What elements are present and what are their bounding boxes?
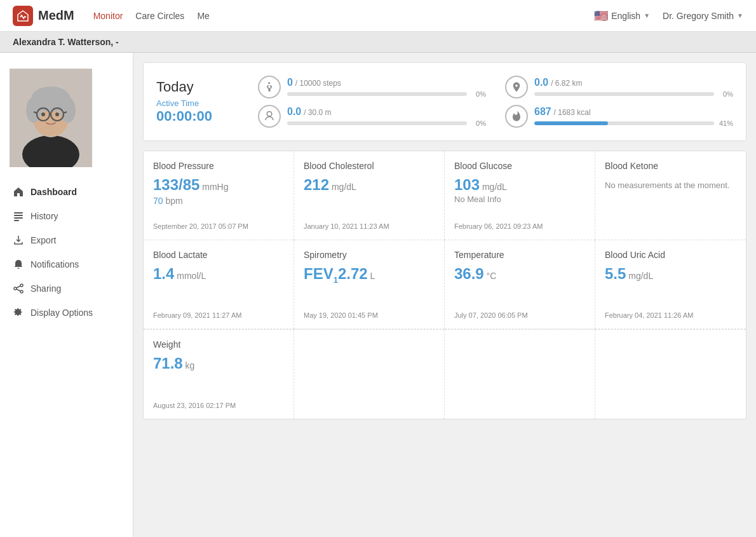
activity-icon: [258, 105, 281, 128]
sidebar-label-dashboard: Dashboard: [30, 187, 77, 197]
language-chevron: ▼: [644, 12, 650, 19]
patient-header: Alexandra T. Watterson, -: [0, 32, 756, 53]
stat-activity: 0.0 / 30.0 m 0%: [258, 105, 486, 128]
home-icon: [13, 186, 24, 198]
weight-date: August 23, 2016 02:17 PM: [153, 395, 284, 409]
steps-value: 0: [287, 77, 293, 88]
svg-point-20: [20, 290, 23, 293]
metric-empty-1: [294, 330, 445, 419]
sidebar-item-notifications[interactable]: Notifications: [0, 252, 133, 276]
nav-monitor[interactable]: Monitor: [93, 8, 123, 24]
sidebar-nav: Dashboard History: [0, 177, 133, 328]
sidebar-label-display-options: Display Options: [30, 308, 93, 318]
metric-weight: Weight 71.8 kg August 23, 2016 02:17 PM: [144, 330, 294, 419]
svg-rect-17: [14, 220, 19, 221]
svg-point-19: [14, 287, 17, 290]
lac-date: February 09, 2021 11:27 AM: [153, 305, 284, 319]
steps-total: 10000 steps: [299, 79, 341, 88]
header-right: 🇺🇸 English ▼ Dr. Gregory Smith ▼: [594, 9, 743, 23]
chol-value: 212 mg/dL: [304, 177, 435, 193]
lac-value: 1.4 mmol/L: [153, 266, 284, 282]
active-time-value: 00:00:00: [156, 108, 239, 125]
metrics-row-2: Blood Lactate 1.4 mmol/L February 09, 20…: [144, 240, 746, 329]
nav-care-circles[interactable]: Care Circles: [135, 8, 184, 24]
keto-title: Blood Ketone: [605, 161, 736, 171]
stat-steps: 0 / 10000 steps 0%: [258, 76, 486, 99]
sidebar-item-display-options[interactable]: Display Options: [0, 301, 133, 325]
steps-details: 0 / 10000 steps 0%: [287, 77, 486, 98]
chol-title: Blood Cholesterol: [304, 161, 435, 171]
patient-avatar-container: [0, 59, 133, 177]
metric-ketone: Blood Ketone No measurements at the mome…: [595, 151, 746, 240]
svg-point-13: [55, 112, 59, 116]
sidebar-label-notifications: Notifications: [30, 259, 79, 269]
steps-pct: 0%: [470, 90, 486, 98]
temp-date: July 07, 2020 06:05 PM: [454, 305, 585, 319]
svg-line-22: [17, 289, 20, 291]
svg-rect-16: [14, 217, 23, 219]
gluc-title: Blood Glucose: [454, 161, 585, 171]
sidebar-item-sharing[interactable]: Sharing: [0, 276, 133, 301]
keto-nodata: No measurements at the moment.: [605, 180, 736, 190]
share-icon: [13, 283, 24, 294]
temp-title: Temperature: [454, 250, 585, 260]
metric-spirometry: Spirometry FEV12.72 L May 19, 2020 01:45…: [294, 240, 445, 329]
svg-point-6: [60, 97, 76, 123]
metric-uric-acid: Blood Uric Acid 5.5 mg/dL February 04, 2…: [595, 240, 746, 329]
chol-date: January 10, 2021 11:23 AM: [304, 216, 435, 230]
flag-icon: 🇺🇸: [594, 9, 608, 23]
svg-rect-14: [14, 212, 23, 214]
calories-details: 687 / 1683 kcal 41%: [534, 106, 733, 127]
bp-date: September 20, 2017 05:07 PM: [153, 216, 284, 230]
language-label: English: [611, 11, 640, 21]
weight-value: 71.8 kg: [153, 356, 284, 371]
metric-empty-2: [445, 330, 595, 419]
activity-total: 30.0 m: [308, 108, 332, 117]
today-title: Today: [156, 79, 239, 95]
user-selector[interactable]: Dr. Gregory Smith ▼: [663, 11, 743, 21]
distance-total: 6.82 km: [555, 79, 583, 88]
svg-point-18: [20, 284, 23, 287]
metric-empty-3: [595, 330, 746, 419]
avatar: [10, 69, 92, 167]
ua-value: 5.5 mg/dL: [605, 266, 736, 282]
sidebar-label-history: History: [30, 211, 58, 221]
active-time-label: Active Time: [156, 99, 239, 108]
today-stats: 0 / 10000 steps 0%: [258, 76, 733, 128]
footprint-icon: [258, 76, 281, 99]
today-card: Today Active Time 00:00:00 0 / 100: [143, 62, 746, 141]
ua-date: February 04, 2021 11:26 AM: [605, 305, 736, 319]
spiro-title: Spirometry: [304, 250, 435, 260]
activity-details: 0.0 / 30.0 m 0%: [287, 106, 486, 127]
sidebar-item-history[interactable]: History: [0, 204, 133, 228]
bp-title: Blood Pressure: [153, 161, 284, 171]
metric-lactate: Blood Lactate 1.4 mmol/L February 09, 20…: [144, 240, 294, 329]
svg-line-21: [17, 286, 20, 288]
spiro-date: May 19, 2020 01:45 PM: [304, 305, 435, 319]
nav-me[interactable]: Me: [197, 8, 209, 24]
gluc-note: No Meal Info: [454, 194, 585, 204]
calories-pct: 41%: [717, 119, 733, 127]
list-icon: [13, 210, 24, 222]
header: MedM Monitor Care Circles Me 🇺🇸 English …: [0, 0, 756, 32]
bp-sub: 70 bpm: [153, 196, 284, 206]
logo[interactable]: MedM: [13, 6, 74, 26]
spiro-value: FEV12.72 L: [304, 266, 435, 284]
today-info: Today Active Time 00:00:00: [156, 79, 239, 125]
activity-value: 0.0: [287, 106, 301, 117]
language-selector[interactable]: 🇺🇸 English ▼: [594, 9, 650, 23]
stat-calories: 687 / 1683 kcal 41%: [505, 105, 733, 128]
patient-name: Alexandra T. Watterson, -: [13, 37, 119, 47]
export-icon: [13, 235, 24, 246]
distance-pct: 0%: [717, 90, 733, 98]
weight-title: Weight: [153, 339, 284, 350]
lac-title: Blood Lactate: [153, 250, 284, 260]
sidebar-label-export: Export: [30, 235, 56, 245]
sidebar-item-export[interactable]: Export: [0, 228, 133, 252]
gluc-value: 103 mg/dL: [454, 177, 585, 193]
metric-glucose: Blood Glucose 103 mg/dL No Meal Info Feb…: [445, 151, 595, 240]
sidebar-item-dashboard[interactable]: Dashboard: [0, 180, 133, 204]
flame-icon: [505, 105, 528, 128]
metric-blood-pressure: Blood Pressure 133/85 mmHg 70 bpm Septem…: [144, 151, 294, 240]
user-name: Dr. Gregory Smith: [663, 11, 734, 21]
